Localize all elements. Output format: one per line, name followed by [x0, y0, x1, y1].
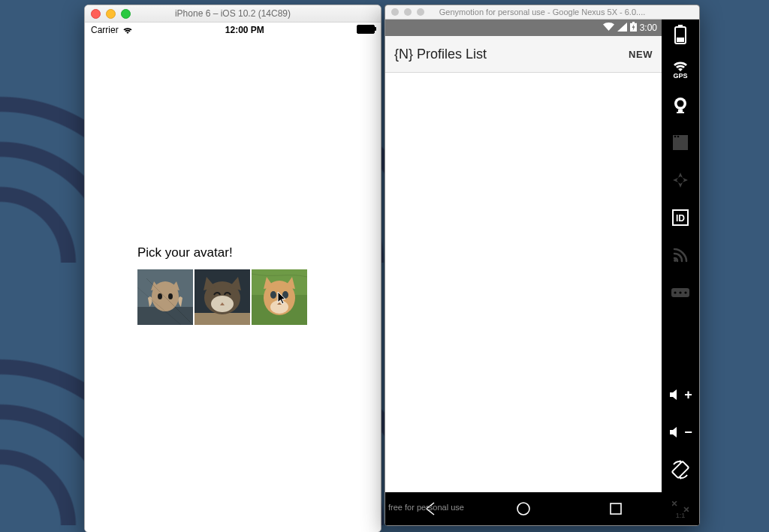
- svg-point-6: [168, 293, 173, 299]
- battery-icon: [357, 25, 375, 34]
- ios-simulator-window: iPhone 6 – iOS 10.2 (14C89) Carrier 12:0…: [84, 5, 381, 532]
- screencast-tool-icon[interactable]: [668, 131, 692, 155]
- svg-text:ID: ID: [676, 213, 685, 224]
- svg-point-49: [684, 291, 686, 293]
- svg-rect-8: [195, 313, 250, 325]
- avatar-option-3[interactable]: [252, 269, 307, 325]
- android-app-content[interactable]: [385, 73, 662, 492]
- svg-rect-24: [632, 22, 635, 23]
- svg-marker-40: [678, 182, 683, 188]
- geny-window-title: Genymotion for personal use - Google Nex…: [385, 8, 699, 17]
- svg-point-21: [270, 300, 288, 314]
- watermark-text: free for personal use: [388, 503, 464, 512]
- svg-point-20: [282, 291, 288, 299]
- svg-rect-33: [678, 110, 683, 112]
- avatar-option-2[interactable]: [195, 269, 250, 325]
- svg-rect-30: [677, 38, 684, 42]
- svg-point-37: [674, 136, 677, 138]
- svg-point-26: [517, 503, 529, 515]
- carrier-label: Carrier: [91, 25, 119, 35]
- svg-rect-35: [673, 137, 688, 150]
- window-close-button[interactable]: [391, 8, 399, 16]
- wifi-icon: [122, 26, 133, 35]
- svg-point-32: [677, 101, 684, 107]
- network-tool-icon[interactable]: [668, 243, 692, 267]
- svg-marker-39: [678, 173, 683, 178]
- identifiers-tool-icon[interactable]: ID: [668, 206, 692, 230]
- phone-tool-icon[interactable]: [668, 281, 692, 305]
- android-clock: 3:00: [640, 23, 657, 33]
- gps-tool-icon[interactable]: GPS: [672, 60, 689, 80]
- svg-point-38: [677, 136, 680, 138]
- mac-titlebar[interactable]: iPhone 6 – iOS 10.2 (14C89): [85, 5, 381, 23]
- svg-rect-27: [611, 503, 621, 514]
- pick-avatar-heading: Pick your avatar!: [137, 245, 233, 260]
- svg-marker-41: [673, 178, 678, 182]
- android-home-button[interactable]: [501, 500, 546, 517]
- wifi-icon: [603, 23, 614, 34]
- volume-up-button[interactable]: +: [668, 383, 692, 407]
- genymotion-sidebar: GPS ID: [662, 20, 699, 525]
- window-zoom-button[interactable]: [121, 9, 131, 19]
- genymotion-window: Genymotion for personal use - Google Nex…: [384, 5, 700, 526]
- ios-clock: 12:00 PM: [225, 25, 264, 35]
- window-minimize-button[interactable]: [404, 8, 412, 16]
- desktop-background: iPhone 6 – iOS 10.2 (14C89) Carrier 12:0…: [0, 0, 769, 532]
- remote-control-tool-icon[interactable]: [668, 168, 692, 192]
- geny-titlebar[interactable]: Genymotion for personal use - Google Nex…: [385, 5, 699, 20]
- gps-label: GPS: [673, 72, 687, 80]
- android-device-area: 3:00 {N} Profiles List NEW: [385, 20, 662, 525]
- android-status-bar: 3:00: [385, 20, 662, 36]
- new-action-button[interactable]: NEW: [629, 49, 653, 60]
- pixel-perfect-tool-icon[interactable]: 1:1: [668, 495, 692, 525]
- avatar-row: [137, 269, 307, 325]
- svg-rect-34: [677, 112, 684, 113]
- rotate-tool-icon[interactable]: [668, 458, 692, 482]
- window-close-button[interactable]: [91, 9, 101, 19]
- svg-point-19: [270, 291, 276, 299]
- ios-screen: Carrier 12:00 PM Pick your avatar!: [85, 23, 381, 532]
- svg-point-47: [674, 291, 676, 293]
- window-zoom-button[interactable]: [417, 8, 424, 16]
- android-app-bar: {N} Profiles List NEW: [385, 36, 662, 73]
- svg-marker-42: [683, 178, 688, 182]
- battery-charging-icon: [630, 22, 637, 34]
- window-minimize-button[interactable]: [106, 9, 116, 19]
- svg-rect-29: [678, 25, 683, 27]
- svg-point-5: [158, 293, 162, 299]
- volume-down-button[interactable]: −: [668, 420, 692, 444]
- battery-tool-icon[interactable]: [668, 23, 692, 47]
- ios-status-bar: Carrier 12:00 PM: [85, 23, 381, 38]
- app-title: {N} Profiles List: [394, 47, 487, 62]
- signal-icon: [617, 23, 627, 34]
- one-to-one-label: 1:1: [676, 512, 686, 519]
- svg-point-48: [679, 291, 681, 293]
- svg-point-45: [674, 259, 677, 262]
- camera-tool-icon[interactable]: [668, 93, 692, 117]
- android-recents-button[interactable]: [593, 502, 638, 515]
- avatar-option-1[interactable]: [137, 269, 193, 325]
